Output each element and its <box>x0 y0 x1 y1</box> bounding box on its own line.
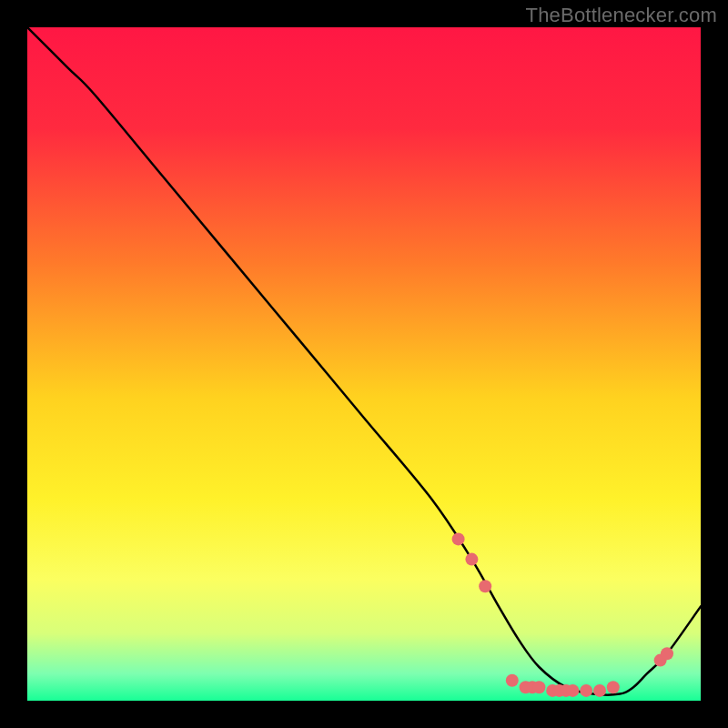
highlight-point <box>532 681 545 693</box>
highlight-point <box>452 532 465 545</box>
highlight-point <box>661 647 673 660</box>
gradient-background <box>27 27 701 701</box>
chart-frame: TheBottlenecker.com <box>0 0 728 728</box>
highlight-point <box>506 674 519 687</box>
highlight-point <box>479 580 491 592</box>
highlight-point <box>593 684 606 697</box>
chart-svg <box>27 27 701 701</box>
highlight-point <box>580 684 592 697</box>
highlight-point <box>566 684 579 697</box>
highlight-point <box>465 553 478 566</box>
watermark-label: TheBottlenecker.com <box>526 4 717 27</box>
highlight-point <box>607 681 620 693</box>
plot-area <box>27 27 701 701</box>
